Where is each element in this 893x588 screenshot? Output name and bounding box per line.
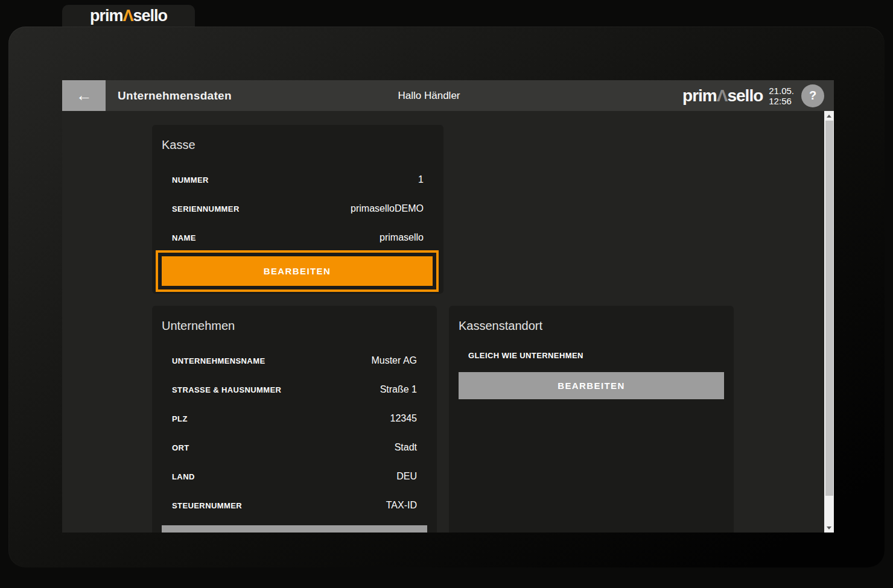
field-list: NUMMER 1 SERIENNUMMER primaselloDEMO NAM… [152, 165, 443, 252]
field-row-name: NAME primasello [152, 223, 443, 252]
primasello-header-logo: primΛsello [682, 87, 763, 104]
field-row-nummer: NUMMER 1 [152, 165, 443, 194]
field-value: Straße 1 [380, 384, 417, 395]
help-button[interactable]: ? [801, 84, 824, 107]
logo-text-prim: prim [90, 7, 123, 25]
scroll-down-button[interactable] [824, 523, 834, 533]
greeting-text: Hallo Händler [398, 90, 460, 102]
browser-tab[interactable]: primΛsello [62, 5, 195, 27]
field-row-steuernummer: STEUERNUMMER TAX-ID [152, 491, 437, 520]
logo-text-sello: sello [133, 7, 168, 25]
primasello-logo: primΛsello [90, 8, 167, 24]
field-row-plz: PLZ 12345 [152, 404, 437, 433]
field-value: TAX-ID [386, 500, 417, 511]
card-kasse: Kasse NUMMER 1 SERIENNUMMER primaselloDE… [152, 125, 443, 294]
kasse-bearbeiten-button[interactable]: BEARBEITEN [156, 250, 439, 292]
vertical-scrollbar[interactable] [824, 111, 834, 533]
field-value: 12345 [390, 413, 418, 424]
scrollbar-thumb[interactable] [825, 121, 833, 496]
logo-text-prim: prim [682, 86, 717, 105]
kassenstandort-bearbeiten-button[interactable]: BEARBEITEN [459, 372, 724, 399]
field-label: UNTERNEHMENSNAME [172, 356, 265, 365]
logo-lambda-icon: Λ [122, 7, 133, 25]
field-row-strasse: STRASSE & HAUSNUMMER Straße 1 [152, 375, 437, 404]
question-mark-icon: ? [809, 89, 816, 103]
page-title: Unternehmensdaten [118, 89, 232, 103]
unternehmen-bearbeiten-button[interactable] [162, 525, 427, 533]
time-text: 12:56 [769, 96, 794, 106]
triangle-up-icon [827, 115, 831, 118]
field-value: primasello [380, 232, 424, 243]
button-label: BEARBEITEN [558, 381, 625, 391]
field-value: primaselloDEMO [351, 203, 424, 214]
app-header: ← Unternehmensdaten Hallo Händler primΛs… [62, 80, 834, 111]
back-button[interactable]: ← [62, 80, 106, 111]
button-label: BEARBEITEN [162, 256, 433, 286]
field-label: PLZ [172, 414, 188, 423]
field-value: DEU [396, 471, 417, 482]
field-row-seriennummer: SERIENNUMMER primaselloDEMO [152, 194, 443, 223]
field-label: STRASSE & HAUSNUMMER [172, 385, 281, 394]
card-title: Kasse [152, 125, 443, 153]
field-value: 1 [418, 174, 424, 185]
card-title: Kassenstandort [449, 306, 734, 334]
field-row-land: LAND DEU [152, 462, 437, 491]
card-title: Unternehmen [152, 306, 437, 334]
field-value: Muster AG [371, 355, 417, 366]
app-body: Kasse NUMMER 1 SERIENNUMMER primaselloDE… [62, 111, 834, 533]
field-row-ort: ORT Stadt [152, 433, 437, 462]
datetime-display: 21.05. 12:56 [769, 86, 794, 106]
field-label: ORT [172, 443, 189, 452]
card-unternehmen: Unternehmen UNTERNEHMENSNAME Muster AG S… [152, 306, 437, 533]
field-label: NAME [172, 233, 196, 242]
content-area: Kasse NUMMER 1 SERIENNUMMER primaselloDE… [62, 111, 824, 533]
scroll-up-button[interactable] [824, 111, 834, 121]
date-text: 21.05. [769, 86, 794, 96]
card-kassenstandort: Kassenstandort GLEICH WIE UNTERNEHMEN BE… [449, 306, 734, 533]
field-label: NUMMER [172, 175, 209, 185]
field-label: LAND [172, 472, 195, 481]
logo-text-sello: sello [727, 86, 763, 105]
field-row-unternehmensname: UNTERNEHMENSNAME Muster AG [152, 346, 437, 375]
triangle-down-icon [827, 526, 831, 530]
field-label: SERIENNUMMER [172, 204, 240, 213]
field-label: STEUERNUMMER [172, 501, 242, 510]
back-arrow-icon: ← [76, 87, 92, 104]
header-right-group: primΛsello 21.05. 12:56 ? [682, 84, 834, 107]
same-as-company-label: GLEICH WIE UNTERNEHMEN [468, 351, 734, 360]
field-value: Stadt [395, 442, 417, 453]
logo-lambda-icon: Λ [717, 86, 728, 105]
device-frame: ← Unternehmensdaten Hallo Händler primΛs… [8, 27, 885, 567]
field-list: UNTERNEHMENSNAME Muster AG STRASSE & HAU… [152, 346, 437, 520]
app-viewport: ← Unternehmensdaten Hallo Händler primΛs… [62, 80, 834, 533]
